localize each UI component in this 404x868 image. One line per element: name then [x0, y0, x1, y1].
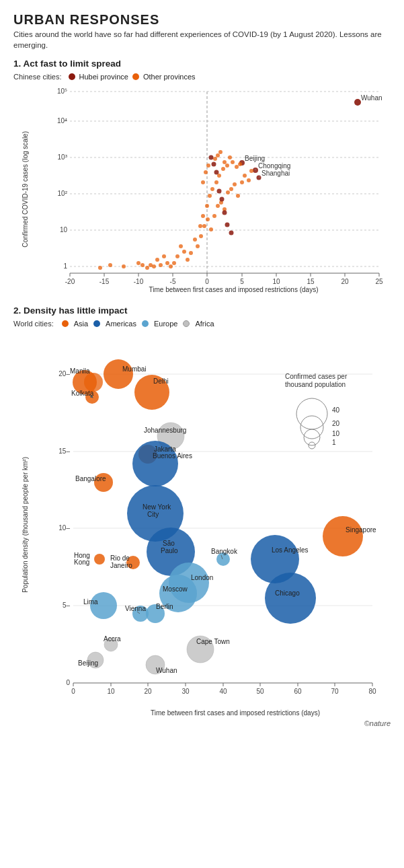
svg-point-77 [122, 264, 126, 268]
svg-text:Beijing: Beijing [78, 659, 98, 667]
svg-point-39 [199, 234, 203, 238]
svg-point-53 [247, 178, 251, 182]
svg-text:0: 0 [71, 688, 75, 695]
svg-text:Wuhan: Wuhan [361, 94, 382, 102]
svg-point-67 [169, 264, 173, 268]
chart2-x-axis-label: Time between first cases and imposed res… [73, 709, 397, 717]
svg-point-41 [206, 217, 210, 221]
chart1-svg: 1 10 10² 10³ 10⁴ 10⁵ -20 -15 -10 [43, 85, 393, 293]
svg-text:5–: 5– [63, 602, 71, 609]
nature-logo: ©nature [13, 719, 391, 727]
svg-text:60: 60 [294, 688, 302, 695]
svg-text:Los Angeles: Los Angeles [272, 546, 309, 554]
svg-text:5: 5 [240, 278, 244, 285]
svg-point-74 [145, 266, 149, 270]
svg-text:Kolkata: Kolkata [71, 390, 94, 397]
svg-point-49 [233, 182, 237, 186]
svg-point-92 [206, 164, 210, 168]
svg-point-91 [238, 162, 242, 166]
chart2-y-axis-label: Population density (thousand people per … [22, 457, 29, 593]
legend-dot-other [132, 73, 139, 80]
legend2-label-europe: Europe [154, 320, 177, 328]
svg-text:Chongqing: Chongqing [258, 162, 290, 170]
svg-point-81 [221, 167, 225, 171]
svg-text:20: 20 [144, 688, 152, 695]
svg-point-95 [209, 155, 214, 160]
svg-text:Paulo: Paulo [161, 547, 178, 554]
svg-text:80: 80 [368, 688, 376, 695]
chart1-x-axis-label: Time between first cases and imposed res… [70, 286, 397, 293]
svg-point-62 [186, 258, 190, 262]
svg-text:10²: 10² [58, 190, 68, 197]
svg-point-147 [323, 516, 363, 556]
svg-text:Cape Town: Cape Town [196, 638, 230, 645]
legend2-dot-asia [62, 320, 69, 327]
svg-text:10³: 10³ [58, 153, 68, 161]
svg-text:40: 40 [332, 406, 340, 414]
svg-point-138 [84, 373, 103, 392]
svg-text:-5: -5 [170, 278, 176, 285]
main-title: URBAN RESPONSES [13, 12, 391, 27]
svg-text:20: 20 [332, 420, 340, 427]
svg-point-59 [198, 224, 202, 228]
svg-point-63 [182, 250, 186, 254]
svg-text:Moscow: Moscow [163, 585, 188, 593]
svg-text:Singapore: Singapore [346, 526, 376, 534]
chart2: Population density (thousand people per … [13, 333, 391, 717]
svg-point-148 [94, 554, 105, 565]
svg-text:10–: 10– [58, 524, 70, 532]
svg-point-64 [179, 244, 183, 248]
svg-point-55 [205, 204, 209, 208]
svg-text:Wuhan: Wuhan [156, 667, 177, 674]
svg-text:Johannesburg: Johannesburg [144, 427, 186, 434]
svg-point-88 [228, 155, 232, 159]
svg-text:40: 40 [219, 688, 227, 695]
svg-point-85 [216, 153, 220, 157]
svg-text:Vienna: Vienna [125, 605, 146, 612]
svg-point-52 [243, 174, 247, 178]
svg-point-71 [155, 258, 159, 262]
svg-text:70: 70 [331, 688, 339, 695]
svg-text:1: 1 [63, 262, 67, 270]
svg-point-70 [159, 263, 163, 267]
svg-text:Buenos Aires: Buenos Aires [153, 452, 192, 460]
svg-text:São: São [163, 540, 175, 547]
svg-text:10: 10 [107, 688, 115, 695]
svg-point-40 [202, 224, 206, 228]
svg-text:15–: 15– [58, 447, 70, 455]
svg-point-75 [140, 263, 145, 267]
svg-point-69 [162, 254, 166, 258]
svg-point-156 [90, 592, 117, 619]
svg-text:Confirmed cases per: Confirmed cases per [285, 373, 348, 380]
section2-title: 2. Density has little impact [13, 305, 391, 316]
svg-text:thousand population: thousand population [285, 381, 346, 388]
svg-text:Mumbai: Mumbai [122, 365, 147, 373]
svg-text:Accra: Accra [104, 635, 121, 643]
svg-point-90 [235, 165, 239, 169]
svg-text:10: 10 [332, 430, 340, 437]
svg-text:Manila: Manila [70, 367, 90, 375]
svg-text:Chicago: Chicago [275, 589, 300, 597]
svg-point-155 [265, 573, 316, 624]
svg-point-65 [175, 254, 179, 258]
svg-text:0: 0 [205, 278, 209, 285]
legend2-label-africa: Africa [195, 320, 214, 328]
svg-text:10: 10 [60, 226, 68, 233]
svg-point-56 [208, 194, 212, 198]
svg-point-60 [193, 238, 197, 242]
svg-point-50 [236, 194, 240, 198]
svg-point-57 [210, 187, 214, 191]
svg-point-61 [189, 251, 193, 255]
svg-text:Delhi: Delhi [153, 377, 169, 385]
svg-text:Shanghai: Shanghai [261, 170, 290, 177]
legend2-prefix: World cities: [13, 320, 54, 328]
svg-text:1: 1 [332, 439, 336, 446]
section1-title: 1. Act fast to limit spread [13, 59, 391, 69]
legend2-dot-africa [183, 320, 190, 327]
svg-point-82 [225, 164, 229, 168]
svg-point-47 [226, 190, 230, 194]
svg-text:Janeiro: Janeiro [110, 562, 132, 569]
svg-text:15: 15 [307, 278, 315, 285]
svg-point-99 [220, 197, 225, 202]
svg-text:Bangalore: Bangalore [75, 475, 106, 482]
